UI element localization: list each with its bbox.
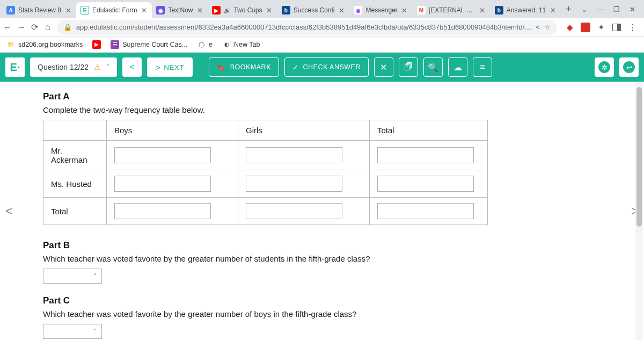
- forward-button[interactable]: →: [17, 21, 26, 34]
- close-window-icon[interactable]: ✕: [630, 5, 635, 13]
- browser-tab[interactable]: bSuccess Confi✕: [277, 2, 350, 18]
- bookmark-label: sd206.org bookmarks: [18, 41, 83, 48]
- bookmark-icon: 🔖: [217, 63, 226, 71]
- magnify-button[interactable]: 🔍: [423, 57, 443, 77]
- cell-ackerman-boys[interactable]: [114, 147, 211, 163]
- chevron-down-icon[interactable]: ⌄: [581, 5, 587, 13]
- browser-tab[interactable]: ◉TextNow✕: [152, 2, 208, 18]
- tab-favicon: ▶: [212, 6, 221, 15]
- stage-prev-button[interactable]: <: [0, 195, 18, 227]
- tab-favicon: b: [282, 6, 290, 15]
- question-counter-text: Question 12/22: [38, 63, 89, 71]
- bookmark-item[interactable]: ☰Supreme Court Cas...: [111, 40, 187, 49]
- col-header-total: Total: [370, 120, 488, 141]
- assessment-stage: < > Part A Complete the two-way frequenc…: [0, 82, 644, 340]
- edulastic-logo[interactable]: E·: [5, 57, 25, 77]
- part-b-dropdown[interactable]: ˅: [43, 269, 102, 284]
- exit-button[interactable]: ↩: [619, 57, 639, 77]
- new-tab-button[interactable]: +: [561, 2, 576, 17]
- tab-close-icon[interactable]: ✕: [196, 6, 203, 14]
- window-controls: ⌄ — ❐ ✕: [581, 5, 642, 13]
- lines-button[interactable]: ≡: [473, 57, 492, 77]
- tab-title: Messenger: [365, 6, 397, 14]
- tab-favicon: E: [80, 6, 89, 15]
- back-button[interactable]: ←: [3, 21, 12, 34]
- prev-question-button[interactable]: <: [122, 57, 142, 77]
- tab-close-icon[interactable]: ✕: [64, 6, 72, 14]
- scroll-thumb[interactable]: [636, 87, 642, 227]
- tab-favicon: A: [6, 6, 15, 15]
- cell-total-boys[interactable]: [114, 203, 211, 219]
- tab-title: Stats Review 8: [18, 6, 61, 14]
- table-row: Total: [43, 198, 488, 225]
- url-text: app.edulastic.com/student/assessment/633…: [76, 23, 532, 31]
- cell-husted-total[interactable]: [377, 176, 474, 192]
- browser-tab[interactable]: AStats Review 8✕: [2, 2, 76, 18]
- browser-tabstrip: AStats Review 8✕EEdulastic: Form✕◉TextNo…: [0, 0, 644, 18]
- restore-icon[interactable]: ❐: [613, 5, 620, 13]
- part-c-dropdown[interactable]: ˅: [43, 324, 102, 339]
- cloud-button[interactable]: ☁: [448, 57, 467, 77]
- extensions-icon[interactable]: ✦: [598, 23, 605, 32]
- tab-close-icon[interactable]: ✕: [401, 6, 408, 14]
- kebab-menu-icon[interactable]: ⋮: [628, 23, 636, 32]
- tab-close-icon[interactable]: ✕: [549, 6, 557, 14]
- chevron-down-icon: ˅: [106, 63, 109, 71]
- bookmark-item[interactable]: ◯e: [197, 40, 213, 49]
- browser-tab[interactable]: ▶🔊Two Cups✕: [208, 2, 277, 18]
- chevron-down-icon: ˅: [93, 272, 97, 280]
- browser-tab[interactable]: bAnswered: 11✕: [491, 2, 561, 18]
- vertical-scrollbar[interactable]: [635, 82, 643, 340]
- accessibility-button[interactable]: ✲: [595, 57, 614, 77]
- tool-close-button[interactable]: ✕: [374, 57, 393, 77]
- address-bar[interactable]: 🔒 app.edulastic.com/student/assessment/6…: [57, 20, 557, 35]
- bookmark-favicon: ▶: [92, 40, 101, 49]
- check-answer-button[interactable]: ✓ CHECK ANSWER: [284, 57, 369, 77]
- tab-favicon: b: [495, 6, 503, 15]
- calculator-button[interactable]: 🗐: [399, 57, 418, 77]
- bookmark-item[interactable]: 📁sd206.org bookmarks: [6, 40, 83, 49]
- cell-ackerman-girls[interactable]: [246, 147, 342, 163]
- tab-close-icon[interactable]: ✕: [479, 6, 486, 14]
- minimize-icon[interactable]: —: [597, 5, 604, 13]
- part-c-header: Part C: [43, 295, 601, 306]
- cell-ackerman-total[interactable]: [377, 147, 474, 163]
- browser-tab[interactable]: M[EXTERNAL EM✕: [413, 2, 491, 18]
- next-question-button[interactable]: > NEXT: [147, 57, 193, 77]
- bookmark-favicon: ◐: [222, 40, 231, 49]
- home-button[interactable]: ⌂: [44, 21, 52, 34]
- browser-tab[interactable]: ◉Messenger✕: [349, 2, 412, 18]
- side-panel-icon[interactable]: [612, 24, 621, 31]
- table-row: Mr. Ackerman: [43, 141, 488, 170]
- tab-close-icon[interactable]: ✕: [338, 6, 345, 14]
- row-label-total: Total: [43, 198, 107, 225]
- tab-title: Success Confi: [294, 6, 335, 14]
- share-icon[interactable]: <: [536, 23, 540, 31]
- star-icon[interactable]: ☆: [544, 23, 551, 31]
- bookmark-item[interactable]: ◐New Tab: [222, 40, 260, 49]
- check-label: CHECK ANSWER: [303, 63, 361, 71]
- cell-total-total[interactable]: [377, 203, 474, 219]
- row-label-husted: Ms. Husted: [43, 170, 107, 198]
- row-label-ackerman: Mr. Ackerman: [43, 141, 107, 170]
- cell-husted-boys[interactable]: [114, 176, 211, 192]
- bookmark-favicon: ◯: [197, 40, 206, 49]
- tab-title: TextNow: [168, 6, 193, 14]
- edulastic-header: E· Question 12/22 ⚠ ˅ < > NEXT 🔖 BOOKMAR…: [0, 53, 644, 82]
- ext-icon-1[interactable]: ◆: [567, 23, 573, 32]
- bookmark-label: e: [209, 41, 213, 48]
- question-counter-box[interactable]: Question 12/22 ⚠ ˅: [30, 57, 117, 77]
- part-c-instruction: Which teacher was voted favorite by the …: [43, 309, 601, 319]
- ext-icon-2[interactable]: [581, 23, 590, 32]
- cell-total-girls[interactable]: [246, 203, 342, 219]
- tab-close-icon[interactable]: ✕: [140, 6, 148, 14]
- bookmark-button[interactable]: 🔖 BOOKMARK: [209, 57, 279, 77]
- bookmark-favicon: ☰: [111, 40, 119, 49]
- audio-icon: 🔊: [224, 8, 230, 13]
- tab-close-icon[interactable]: ✕: [266, 6, 273, 14]
- tab-title: Two Cups: [233, 6, 262, 14]
- bookmark-item[interactable]: ▶: [92, 40, 101, 49]
- reload-button[interactable]: ⟳: [31, 21, 39, 34]
- cell-husted-girls[interactable]: [246, 176, 342, 192]
- browser-tab[interactable]: EEdulastic: Form✕: [76, 2, 152, 18]
